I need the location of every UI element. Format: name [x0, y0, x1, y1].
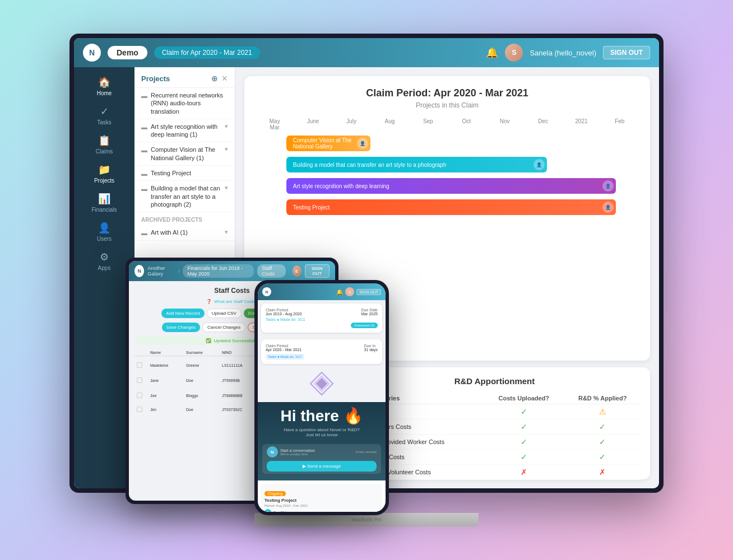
- phone-due-value: Mar 2025: [361, 312, 378, 316]
- phone-tasks-value: Tasks ● Made do: 3/11: [266, 318, 378, 321]
- rd-applied-clinical: ✗: [564, 465, 641, 480]
- project-icon-cv: ▬: [141, 147, 147, 153]
- ongoing-project-period: Period: Aug 2019 - Feb 2022: [265, 504, 379, 507]
- novel-logo-chat: N: [267, 446, 278, 458]
- users-icon: 👤: [98, 222, 110, 234]
- project-text-cv: Computer Vision at The National Gallery …: [151, 146, 221, 162]
- archived-section-label: Archived Projects: [134, 212, 235, 225]
- project-item-building[interactable]: ▬ Building a model that can transfer an …: [134, 181, 235, 212]
- start-conv-label: Start a conversation: [280, 449, 315, 452]
- phone-period-label: Claim Period: [266, 344, 301, 348]
- bell-icon[interactable]: 🔔: [486, 46, 498, 59]
- row-checkbox[interactable]: [137, 377, 142, 383]
- project-item-testing[interactable]: ▬ Testing Project: [134, 166, 235, 181]
- rd-uploaded-staff: ✓: [484, 404, 564, 419]
- table-row-staff: Staff Costs ✓ ⚠: [348, 404, 641, 419]
- send-message-button[interactable]: ▶ Send a message: [267, 461, 377, 472]
- cancel-changes-button[interactable]: Cancel Changes: [202, 323, 245, 332]
- project-item-rnn[interactable]: ▬ Recurrent neural networks (RNN) audio-…: [134, 88, 235, 119]
- expand-art-icon[interactable]: ▾: [225, 123, 228, 130]
- row-checkbox[interactable]: [137, 362, 142, 368]
- phone-avatar: S: [345, 287, 354, 296]
- gantt-bar-testing[interactable]: Testing Project 👤: [286, 199, 616, 215]
- close-projects-icon[interactable]: ✕: [221, 74, 228, 83]
- sidebar-item-users[interactable]: 👤 Users: [74, 217, 134, 246]
- app-header: N Demo Claim for Apr 2020 - Mar 2021 🔔 S…: [74, 38, 659, 67]
- contributor-name: Tom Elsbury: [273, 511, 292, 512]
- rd-uploaded-clinical: ✗: [484, 465, 564, 480]
- apps-icon: ⚙: [100, 251, 109, 263]
- project-text-building: Building a model that can transfer an ar…: [151, 184, 221, 208]
- upload-csv-button[interactable]: Upload CSV: [207, 309, 242, 318]
- gantt-title: Claim Period: Apr 2020 - Mar 2021: [256, 87, 639, 99]
- phone-period-value: Apr 2020 - Mar 2021: [266, 348, 301, 352]
- expand-cv-icon[interactable]: ▾: [225, 146, 228, 153]
- phone-sign-out[interactable]: SIGN OUT: [356, 289, 381, 295]
- start-conversation-section: N Start a conversation We're usually her…: [262, 444, 381, 474]
- phone-claim-card: Claim Period Jun 2019 - Aug 2020 Due Dat…: [261, 304, 382, 333]
- sign-out-button[interactable]: SIGN OUT: [603, 46, 650, 59]
- month-aug: Aug: [370, 118, 409, 124]
- sidebar-label-financials: Financials: [91, 207, 117, 213]
- claim-period-badge[interactable]: Claim for Apr 2020 - Mar 2021: [154, 46, 260, 59]
- phone-diamond-graphic: [258, 367, 386, 402]
- sidebar-item-projects[interactable]: 📁 Projects: [74, 159, 134, 188]
- save-changes-button[interactable]: Save Changes: [162, 323, 200, 332]
- sidebar-item-tasks[interactable]: ✓ Tasks: [74, 101, 134, 130]
- month-oct: Oct: [447, 118, 485, 124]
- expand-art-ai-icon[interactable]: ▾: [225, 228, 228, 236]
- gantt-bar-art[interactable]: Art style recognition with deep learning…: [286, 178, 616, 194]
- sidebar-label-claims: Claims: [96, 148, 113, 155]
- tablet-galaxy-label: Another Galaxy: [147, 265, 175, 277]
- add-project-icon[interactable]: ⊕: [211, 74, 218, 83]
- gantt-row-cv: Computer Vision at The National Gallery …: [256, 135, 639, 152]
- project-item-cv[interactable]: ▬ Computer Vision at The National Galler…: [134, 142, 235, 166]
- sidebar-label-users: Users: [97, 236, 112, 242]
- phone-duein-label: Due In: [364, 344, 378, 348]
- tablet-user-avatar: E: [293, 265, 301, 277]
- tablet-divider: /: [178, 269, 179, 274]
- gantt-row-art: Art style recognition with deep learning…: [256, 178, 639, 194]
- phone-header: N 🔔 S SIGN OUT: [258, 283, 386, 300]
- projects-title: Projects: [141, 74, 170, 83]
- time-label: A few minutes: [356, 450, 377, 454]
- row-checkbox[interactable]: [137, 407, 142, 412]
- add-record-button[interactable]: Add New Record: [161, 309, 204, 318]
- laptop-container: N Demo Claim for Apr 2020 - Mar 2021 🔔 S…: [69, 34, 664, 526]
- rd-applied-epw: ✓: [564, 435, 641, 450]
- ongoing-badge: Ongoing: [265, 491, 286, 496]
- tablet-claim-badge[interactable]: Financials for Jun 2019 - May 2020: [183, 264, 254, 278]
- user-avatar: S: [505, 44, 523, 62]
- project-item-art-ai[interactable]: ▬ Art with AI (1) ▾: [134, 225, 235, 240]
- sidebar-item-claims[interactable]: 📋 Claims: [74, 130, 134, 159]
- gantt-avatar-cv: 👤: [357, 138, 368, 149]
- tablet-sign-out[interactable]: SIGN OUT: [305, 264, 330, 278]
- phone-download-button[interactable]: Download (3): [351, 323, 378, 328]
- expand-building-icon[interactable]: ▾: [225, 184, 228, 192]
- sidebar-item-home[interactable]: 🏠 Home: [74, 72, 134, 101]
- gantt-bar-building[interactable]: Building a model that can transfer an ar…: [286, 157, 547, 172]
- project-icon-building: ▬: [141, 185, 147, 192]
- rd-col-applied: R&D % Applied?: [564, 393, 641, 404]
- project-item-art-style[interactable]: ▬ Art style recognition with deep learni…: [134, 119, 235, 143]
- sidebar-item-financials[interactable]: 📊 Financials: [74, 188, 134, 217]
- gantt-bar-cv[interactable]: Computer Vision at The National Gallery …: [286, 136, 370, 151]
- gantt-bars: Computer Vision at The National Gallery …: [256, 135, 639, 216]
- month-2021: 2021: [562, 118, 600, 124]
- phone-due-label: Due Date: [361, 308, 378, 312]
- sidebar-label-tasks: Tasks: [97, 119, 112, 125]
- gantt-avatar-art: 👤: [602, 180, 614, 192]
- sidebar-label-apps: Apps: [98, 265, 111, 271]
- rd-uploaded-sub: ✓: [484, 419, 564, 435]
- phone-period-card: Claim Period Apr 2020 - Mar 2021 Due In …: [261, 339, 382, 364]
- project-text-art: Art style recognition with deep learning…: [151, 123, 221, 139]
- phone-bell-icon[interactable]: 🔔: [336, 289, 343, 295]
- phone-tasks-link[interactable]: Tasks ● Made do: 1/17: [266, 354, 304, 360]
- projects-actions: ⊕ ✕: [211, 74, 228, 83]
- rd-table: Cost Categories Costs Uploaded? R&D % Ap…: [348, 393, 641, 480]
- phone-inner: N 🔔 S SIGN OUT Claim Period Jun 2019 - A…: [258, 283, 386, 512]
- gantt-avatar-testing: 👤: [602, 202, 614, 213]
- row-checkbox[interactable]: [137, 393, 142, 398]
- month-june: June: [294, 118, 332, 124]
- tablet-staff-tab[interactable]: Staff Costs: [257, 264, 286, 278]
